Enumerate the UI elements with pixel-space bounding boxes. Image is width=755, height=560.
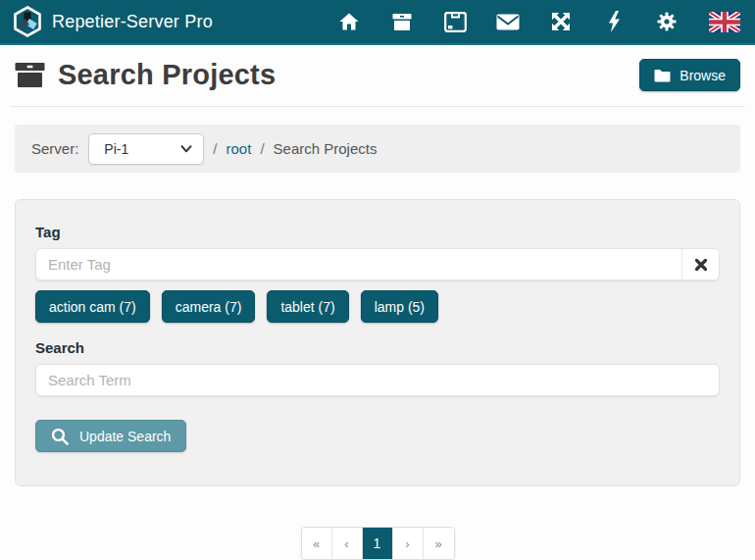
- pagination-page-1[interactable]: 1: [363, 528, 393, 559]
- breadcrumb-separator: /: [213, 140, 217, 157]
- close-icon: [694, 258, 708, 272]
- breadcrumb: Server: Pi-1 / root / Search Projects: [15, 125, 740, 173]
- tag-label: Tag: [35, 224, 720, 240]
- brand-title: Repetier-Server Pro: [52, 12, 213, 32]
- search-section: Search: [35, 339, 720, 396]
- bolt-icon: [608, 11, 621, 32]
- pagination-last[interactable]: »: [424, 528, 454, 559]
- search-label: Search: [35, 339, 720, 356]
- pagination-prev[interactable]: ‹: [332, 528, 363, 559]
- browse-button[interactable]: Browse: [639, 59, 740, 91]
- tag-input-group: [35, 248, 720, 280]
- search-card: Tag action cam (7) camera (7) tablet (7)…: [15, 199, 740, 486]
- breadcrumb-separator: /: [260, 140, 264, 157]
- mail-nav-button[interactable]: [481, 0, 534, 43]
- tag-button-camera[interactable]: camera (7): [162, 290, 256, 323]
- page-header-section: Search Projects Browse: [10, 45, 745, 107]
- search-input[interactable]: [35, 364, 720, 396]
- home-icon: [339, 13, 359, 30]
- gear-icon: [657, 12, 677, 31]
- archive-box-title-icon: [15, 62, 45, 88]
- folder-icon: [654, 69, 671, 82]
- expand-arrows-icon: [550, 11, 572, 32]
- tag-button-lamp[interactable]: lamp (5): [361, 290, 438, 323]
- search-icon: [51, 428, 69, 445]
- logo-hexagon-icon: [13, 6, 42, 37]
- printer-nav-button[interactable]: [428, 0, 481, 43]
- projects-nav-button[interactable]: [376, 0, 428, 43]
- navbar-icons: [323, 0, 740, 43]
- tag-button-tablet[interactable]: tablet (7): [267, 290, 348, 323]
- breadcrumb-link-root[interactable]: root: [226, 140, 252, 157]
- brand[interactable]: Repetier-Server Pro: [13, 6, 213, 37]
- archive-box-icon: [392, 13, 412, 31]
- pagination-first[interactable]: «: [302, 528, 332, 559]
- home-nav-button[interactable]: [323, 0, 376, 43]
- chevron-down-icon: [180, 145, 192, 153]
- tag-input[interactable]: [36, 249, 681, 280]
- browse-button-label: Browse: [680, 68, 726, 83]
- language-nav-button[interactable]: [693, 0, 740, 43]
- pagination: « ‹ 1 › »: [301, 527, 455, 560]
- printer-icon: [444, 12, 467, 32]
- uk-flag-icon: [709, 12, 740, 32]
- pagination-next[interactable]: ›: [393, 528, 424, 559]
- page-title: Search Projects: [58, 59, 276, 91]
- tag-button-action-cam[interactable]: action cam (7): [35, 290, 150, 323]
- power-nav-button[interactable]: [587, 0, 640, 43]
- breadcrumb-current: Search Projects: [274, 140, 378, 157]
- tag-suggestions: action cam (7) camera (7) tablet (7) lam…: [35, 290, 720, 323]
- mail-icon: [496, 14, 520, 30]
- clear-tag-button[interactable]: [681, 249, 719, 280]
- expand-nav-button[interactable]: [534, 0, 587, 43]
- top-navbar: Repetier-Server Pro: [0, 0, 755, 45]
- settings-nav-button[interactable]: [640, 0, 693, 43]
- update-search-label: Update Search: [79, 429, 171, 444]
- server-select[interactable]: Pi-1: [88, 133, 204, 165]
- server-select-value: Pi-1: [104, 141, 128, 157]
- update-search-button[interactable]: Update Search: [35, 420, 186, 452]
- pagination-container: « ‹ 1 › »: [0, 527, 755, 560]
- server-label: Server:: [31, 140, 78, 157]
